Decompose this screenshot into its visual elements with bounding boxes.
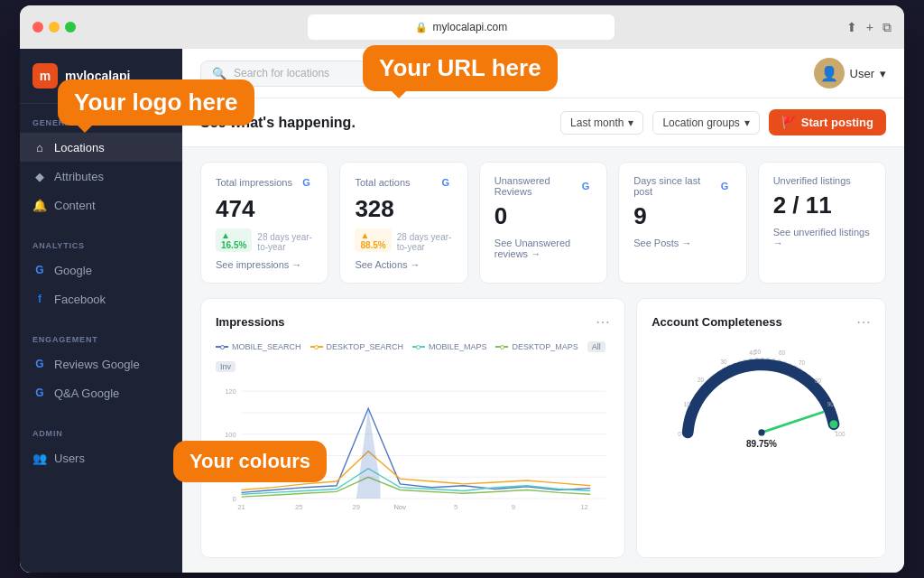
svg-text:20: 20 <box>698 377 705 383</box>
sidebar-item-qa-google[interactable]: G Q&A Google <box>20 378 182 407</box>
stat-value: 474 <box>216 195 313 223</box>
logo-icon: m <box>32 63 58 89</box>
sidebar-item-label: Users <box>54 452 85 465</box>
svg-text:100: 100 <box>835 431 845 437</box>
sidebar-item-users[interactable]: 👥 Users <box>20 443 182 472</box>
stat-link-posts[interactable]: See Posts → <box>633 238 731 248</box>
copy-icon[interactable]: ⧉ <box>882 20 892 35</box>
sidebar-item-google[interactable]: G Google <box>20 256 182 284</box>
engagement-label: ENGAGEMENT <box>20 335 182 350</box>
maximize-button[interactable] <box>65 22 76 33</box>
logo-text: mylocalapi <box>65 69 130 83</box>
sidebar-item-facebook[interactable]: f Facebook <box>20 284 182 313</box>
chart-options-icon[interactable]: ⋯ <box>596 313 610 331</box>
bell-icon: 🔔 <box>32 198 47 212</box>
period-select[interactable]: Last month ▾ <box>560 111 643 135</box>
stat-badge: ▲ 16.5% <box>216 228 252 252</box>
svg-text:25: 25 <box>295 503 302 511</box>
stat-title: Unanswered Reviews <box>494 175 579 197</box>
stat-title: Total impressions <box>216 177 292 188</box>
users-icon: 👥 <box>32 451 47 465</box>
legend-desktop-search: DESKTOP_SEARCH <box>310 341 403 352</box>
stat-card-actions: Total actions G 328 ▲ 88.5% 28 days year… <box>339 162 467 284</box>
google-qa-icon: G <box>32 386 47 400</box>
search-bar[interactable]: 🔍 Search for locations <box>200 61 453 87</box>
account-completeness-card: Account Completeness ⋯ <box>636 298 886 558</box>
sidebar-item-label: Reviews Google <box>54 358 140 371</box>
stat-card-lastpost: Days since last post G 9 See Posts → <box>618 162 746 284</box>
search-placeholder: Search for locations <box>234 67 329 79</box>
search-icon: 🔍 <box>212 67 226 80</box>
stat-link-reviews[interactable]: See Unanswered reviews → <box>494 238 592 259</box>
chart-title: Impressions <box>216 315 285 329</box>
stat-value: 0 <box>494 202 592 230</box>
google-icon: G <box>32 263 47 277</box>
sidebar-item-locations[interactable]: ⌂ Locations <box>20 133 182 162</box>
admin-label: ADMIN <box>20 429 182 443</box>
legend-all[interactable]: All <box>587 341 605 352</box>
legend-mobile-search: MOBILE_SEARCH <box>216 341 301 352</box>
chevron-down-icon: ▾ <box>744 117 750 129</box>
svg-text:12: 12 <box>580 503 587 511</box>
sidebar-logo: m mylocalapi <box>20 49 182 104</box>
sidebar-item-attributes[interactable]: ◆ Attributes <box>20 162 182 191</box>
avatar: 👤 <box>814 58 845 89</box>
google-icon: G <box>579 179 592 193</box>
stats-row: Total impressions G 474 ▲ 16.5% 28 days … <box>182 147 904 298</box>
svg-point-19 <box>829 420 837 428</box>
group-select[interactable]: Location groups ▾ <box>652 111 759 135</box>
impressions-chart: Impressions ⋯ MOBILE_SEARCH <box>200 298 625 558</box>
sidebar: m mylocalapi GENERAL ⌂ Locations ◆ Attri… <box>20 49 182 573</box>
stat-title: Total actions <box>355 177 410 188</box>
main-content: 🔍 Search for locations 👤 User ▾ See what… <box>182 49 904 573</box>
start-posting-button[interactable]: 🚩 Start posting <box>769 109 886 135</box>
minimize-button[interactable] <box>49 22 60 33</box>
svg-text:29: 29 <box>353 503 360 511</box>
svg-text:9: 9 <box>512 503 515 511</box>
svg-text:100: 100 <box>225 431 236 439</box>
chart-legend: MOBILE_SEARCH DESKTOP_SEARCH <box>216 341 610 372</box>
sidebar-item-label: Locations <box>54 141 105 154</box>
admin-section: ADMIN 👥 Users <box>20 415 182 480</box>
svg-text:30: 30 <box>720 359 727 365</box>
analytics-section: ANALYTICS G Google f Facebook <box>20 227 182 321</box>
user-menu[interactable]: 👤 User ▾ <box>814 58 886 89</box>
charts-row: Impressions ⋯ MOBILE_SEARCH <box>182 298 904 573</box>
svg-text:70: 70 <box>798 359 805 366</box>
header-controls: Last month ▾ Location groups ▾ 🚩 Start p… <box>560 109 886 135</box>
svg-text:120: 120 <box>225 387 236 396</box>
diamond-icon: ◆ <box>32 169 47 183</box>
sidebar-item-label: Q&A Google <box>54 387 119 400</box>
stat-badge: ▲ 88.5% <box>355 228 391 252</box>
svg-text:90: 90 <box>827 401 834 407</box>
stat-title: Unverified listings <box>773 175 851 186</box>
sidebar-item-reviews-google[interactable]: G Reviews Google <box>20 350 182 378</box>
chevron-down-icon: ▾ <box>880 67 886 80</box>
sidebar-item-content[interactable]: 🔔 Content <box>20 191 182 219</box>
general-label: GENERAL <box>20 118 182 133</box>
stat-value: 328 <box>355 195 452 223</box>
google-icon: G <box>717 179 731 193</box>
stat-link-unverified[interactable]: See unverified listings → <box>773 227 871 248</box>
stat-yoy-text: 28 days year-to-year <box>257 232 313 252</box>
sidebar-item-label: Google <box>54 264 92 277</box>
gauge-title: Account Completeness <box>651 315 781 329</box>
analytics-label: ANALYTICS <box>20 241 182 256</box>
new-tab-icon[interactable]: + <box>866 20 873 35</box>
stat-card-impressions: Total impressions G 474 ▲ 16.5% 28 days … <box>200 162 328 284</box>
svg-text:89.75%: 89.75% <box>746 439 777 449</box>
svg-text:50: 50 <box>228 452 236 460</box>
legend-inv[interactable]: Inv <box>216 361 236 372</box>
user-label: User <box>850 67 874 80</box>
close-button[interactable] <box>32 22 43 33</box>
gauge-svg: 0 10 20 30 40 50 60 70 80 90 100 <box>671 341 852 450</box>
svg-text:0: 0 <box>678 431 681 437</box>
share-icon[interactable]: ⬆ <box>846 20 857 35</box>
page-title: See what's happening. <box>200 115 356 131</box>
gauge-options-icon[interactable]: ⋯ <box>856 313 871 331</box>
general-section: GENERAL ⌂ Locations ◆ Attributes 🔔 Conte… <box>20 104 182 227</box>
stat-card-reviews: Unanswered Reviews G 0 See Unanswered re… <box>479 162 607 284</box>
stat-link-impressions[interactable]: See impressions → <box>216 259 313 270</box>
address-bar[interactable]: 🔒 mylocalapi.com <box>308 14 614 40</box>
stat-link-actions[interactable]: See Actions → <box>355 259 452 270</box>
